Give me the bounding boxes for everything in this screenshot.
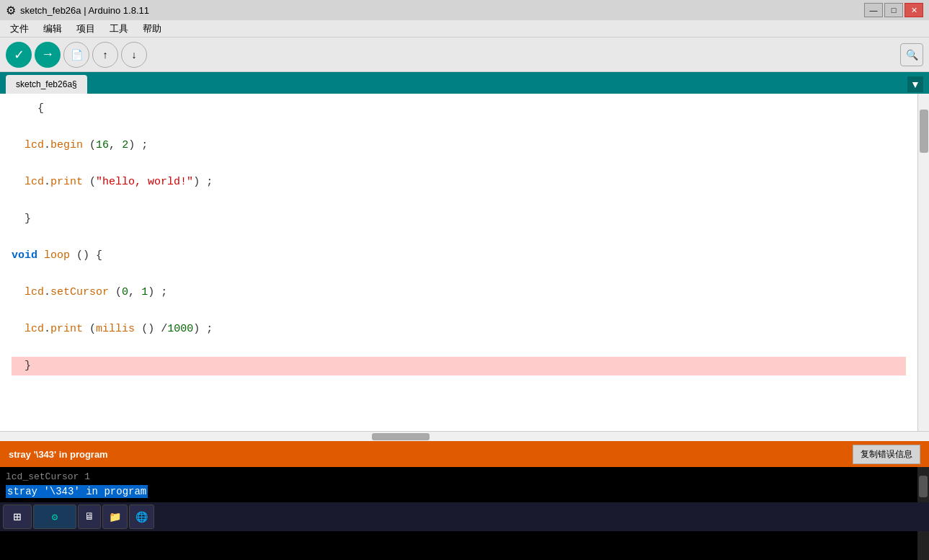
minimize-button[interactable]: — (864, 3, 883, 17)
title-bar-left: ⚙ sketch_feb26a | Arduino 1.8.11 (6, 4, 149, 17)
menu-edit[interactable]: 编辑 (36, 21, 69, 37)
code-line-blank-5 (12, 265, 906, 284)
app-icon: ⚙ (6, 4, 16, 17)
open-button[interactable]: ↑ (92, 42, 118, 68)
code-line-blank-2 (12, 155, 906, 174)
code-line-print-millis: lcd.print (millis () /1000) ; (12, 320, 906, 339)
close-button[interactable]: ✕ (904, 3, 923, 17)
taskbar-arduino[interactable]: ⚙ (33, 505, 76, 529)
toolbar-right: 🔍 (900, 43, 923, 66)
code-line-close-loop-highlighted: } (12, 357, 906, 375)
tab-dropdown-button[interactable]: ▼ (907, 76, 923, 92)
error-bar: stray '\343' in program 复制错误信息 (0, 441, 929, 467)
new-button[interactable]: 📄 (63, 42, 89, 68)
taskbar-item-2[interactable]: 📁 (102, 505, 128, 529)
tab-bar: sketch_feb26a§ ▼ (0, 72, 929, 94)
taskbar-icon-2: 📁 (109, 511, 121, 523)
horizontal-scrollbar[interactable] (0, 431, 929, 441)
menu-bar: 文件 编辑 项目 工具 帮助 (0, 20, 929, 37)
h-scrollbar-thumb[interactable] (372, 433, 430, 440)
code-line-blank-1 (12, 118, 906, 137)
taskbar-icon-3: 🌐 (135, 511, 148, 523)
code-line-loop: void loop () { (12, 246, 906, 265)
active-tab[interactable]: sketch_feb26a§ (6, 75, 87, 94)
code-line-blank-3 (12, 192, 906, 210)
save-button[interactable]: ↓ (121, 42, 147, 68)
console-scrollbar-thumb[interactable] (919, 476, 928, 497)
arduino-taskbar-icon: ⚙ (52, 511, 58, 523)
title-bar: ⚙ sketch_feb26a | Arduino 1.8.11 — □ ✕ (0, 0, 929, 20)
code-line-begin: lcd.begin (16, 2) ; (12, 136, 906, 155)
code-line-setcursor: lcd.setCursor (0, 1) ; (12, 283, 906, 302)
taskbar-icon-1: 🖥 (84, 511, 94, 523)
menu-project[interactable]: 项目 (69, 21, 102, 37)
taskbar-start[interactable]: ⊞ (3, 505, 32, 529)
code-content[interactable]: { lcd.begin (16, 2) ; lcd.print ("hello,… (0, 94, 917, 431)
menu-tools[interactable]: 工具 (102, 21, 135, 37)
upload-button[interactable]: → (35, 42, 61, 68)
verify-button[interactable]: ✓ (6, 42, 32, 68)
code-line-blank-4 (12, 228, 906, 247)
toolbar: ✓ → 📄 ↑ ↓ 🔍 (0, 37, 929, 72)
serial-monitor-button[interactable]: 🔍 (900, 43, 923, 66)
start-icon: ⊞ (14, 509, 22, 525)
code-line-1: { (12, 99, 906, 118)
console-line-1: lcd_setCursor 1 (6, 470, 923, 484)
taskbar-item-1[interactable]: 🖥 (78, 505, 101, 529)
taskbar: ⊞ ⚙ 🖥 📁 🌐 (0, 502, 929, 531)
menu-help[interactable]: 帮助 (135, 21, 169, 37)
menu-file[interactable]: 文件 (3, 21, 36, 37)
maximize-button[interactable]: □ (884, 3, 903, 17)
code-line-blank-7 (12, 339, 906, 357)
code-line-print-hello: lcd.print ("hello, world!") ; (12, 173, 906, 192)
scrollbar-thumb[interactable] (920, 110, 928, 153)
taskbar-item-3[interactable]: 🌐 (129, 505, 154, 529)
code-line-close-setup: } (12, 210, 906, 228)
console-line-2: stray '\343' in program (6, 484, 923, 499)
window-title: sketch_feb26a | Arduino 1.8.11 (20, 5, 149, 16)
code-line-blank-6 (12, 302, 906, 321)
tab-label: sketch_feb26a§ (16, 79, 77, 89)
editor-area[interactable]: { lcd.begin (16, 2) ; lcd.print ("hello,… (0, 94, 929, 431)
error-message: stray '\343' in program (9, 449, 108, 460)
copy-error-button[interactable]: 复制错误信息 (853, 445, 920, 464)
title-bar-controls[interactable]: — □ ✕ (864, 3, 923, 17)
vertical-scrollbar[interactable] (917, 94, 929, 431)
console-scroll: lcd_setCursor 1 stray '\343' in program (0, 467, 929, 502)
console-highlighted-text: stray '\343' in program (6, 485, 148, 498)
